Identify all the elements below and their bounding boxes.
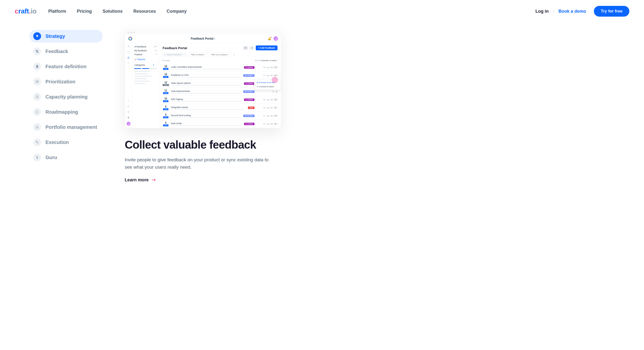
search-input[interactable]: ⌕Search feedback — [162, 52, 187, 57]
row-stats: ✎3●2⊞0💬3 ⊕ Promote to an item ⊶ Connect … — [256, 82, 278, 84]
svg-point-10 — [36, 82, 37, 83]
nav-link-pricing[interactable]: Pricing — [77, 9, 92, 14]
vote-box[interactable]: 8 Vote — [162, 105, 169, 110]
vote-button[interactable]: Vote — [163, 68, 168, 70]
rail-icon[interactable]: ▢ — [128, 105, 130, 108]
sidebar-item-execution[interactable]: Execution — [29, 136, 103, 148]
rail-icon[interactable]: ◉ — [128, 116, 130, 119]
vote-count: 8 — [165, 105, 166, 108]
feedback-row[interactable]: 8 Vote Second level sorting REVIEWED ✎1●… — [162, 112, 278, 120]
nav-reports[interactable]: 📈 Reports — [134, 58, 157, 62]
vote-button[interactable]: Vote — [163, 76, 168, 78]
nav-row-my[interactable]: My feedback84 — [134, 49, 157, 52]
row-title: SSO Signup — [171, 98, 242, 102]
rail-icon[interactable]: ▢ — [128, 50, 130, 53]
vote-button[interactable]: Vote — [163, 124, 168, 126]
stat-icon: ⊞0 — [270, 123, 273, 125]
add-filter-icon[interactable]: + — [232, 53, 236, 56]
traffic-light-icon — [130, 32, 132, 33]
org-icon — [33, 93, 41, 101]
vote-button[interactable]: Vote — [163, 108, 168, 110]
vote-box[interactable]: 10 Vote — [162, 97, 169, 102]
sidebar-item-roadmapping[interactable]: Roadmapping — [29, 106, 103, 118]
nav-row-tracked[interactable]: Tracked5 — [134, 53, 157, 56]
sidebar-item-portfolio-management[interactable]: Portfolio management — [29, 121, 103, 134]
stat-icon: ✎0 — [263, 107, 266, 109]
svg-rect-6 — [36, 82, 39, 82]
feedback-row[interactable]: 18 Vote Audio controllers improvements P… — [162, 64, 278, 72]
svg-point-23 — [36, 156, 38, 158]
sidebar-item-feature-definition[interactable]: Feature definition — [29, 60, 103, 73]
vote-button[interactable]: Voted — [162, 84, 169, 86]
vote-box[interactable]: 16 Vote — [162, 73, 169, 78]
stat-icon: ●0 — [267, 115, 269, 117]
grid-view-icon[interactable]: ⊞ — [250, 46, 254, 50]
nav-link-platform[interactable]: Platform — [48, 9, 66, 14]
bell-icon[interactable]: 🔔 — [268, 37, 271, 40]
sort-dropdown[interactable]: Sort by Number of votes — [255, 60, 278, 62]
sidebar-label: Feature definition — [46, 64, 86, 70]
filter-company[interactable]: Filter by Company — [209, 52, 230, 57]
vote-box[interactable]: 12 Voted — [162, 81, 169, 86]
app-header-title[interactable]: Feedback Portal — [191, 37, 215, 40]
add-feedback-button[interactable]: Add Feedback — [256, 46, 278, 50]
feedback-row[interactable]: 12 Voted Video layout options PLANNED ✎3… — [162, 80, 278, 88]
vote-button[interactable]: Vote — [163, 116, 168, 118]
try-for-free-button[interactable]: Try for free — [594, 6, 629, 16]
stat-icon: 💬0 — [274, 74, 278, 76]
filter-status[interactable]: Filter by Status — [188, 52, 207, 57]
feedback-row[interactable]: 10 Vote SSO Signup PLANNED ✎0●0⊞0💬0 — [162, 96, 278, 104]
rail-icon[interactable]: ☆ — [128, 62, 130, 64]
svg-point-15 — [38, 111, 39, 112]
login-link[interactable]: Log in — [536, 9, 549, 14]
vote-box[interactable]: 8 Vote — [162, 114, 169, 118]
add-category-icon[interactable]: + — [153, 64, 154, 66]
sidebar-item-feedback[interactable]: Feedback — [29, 45, 103, 58]
nav-link-company[interactable]: Company — [166, 9, 186, 14]
sidebar-item-guru[interactable]: Guru — [29, 151, 103, 164]
stat-icon: ●0 — [267, 99, 269, 101]
more-icon[interactable]: ⋮ — [155, 64, 157, 66]
sidebar-item-capacity-planning[interactable]: Capacity planning — [29, 90, 103, 103]
feedback-row[interactable]: 8 Vote Integration issues NEW ✎0●0⊞1💬1 — [162, 104, 278, 112]
nav-link-resources[interactable]: Resources — [133, 9, 156, 14]
logo[interactable]: craft.io — [15, 7, 36, 15]
rail-icon[interactable]: ↻ — [128, 45, 130, 48]
learn-more-link[interactable]: Learn more — [125, 178, 156, 182]
sidebar-label: Guru — [46, 155, 57, 160]
stat-icon: ⊞0 — [270, 66, 273, 68]
connect-item[interactable]: ⊶ Connect to items — [254, 84, 281, 89]
list-view-icon[interactable]: ☰ — [243, 46, 248, 50]
svg-point-14 — [36, 111, 37, 112]
vote-button[interactable]: Vote — [163, 100, 168, 102]
vote-box[interactable]: 6 Vote — [162, 122, 169, 126]
vote-button[interactable]: Vote — [163, 92, 168, 94]
row-stats: ✎0●0⊞1💬1 — [256, 107, 278, 109]
vote-box[interactable]: 18 Vote — [162, 65, 169, 70]
filter-bar: ⌕Search feedback Filter by Status Filter… — [162, 52, 278, 57]
rail-icon[interactable]: ♔ — [128, 110, 130, 113]
stat-icon: ●0 — [267, 75, 269, 76]
traffic-light-icon — [133, 32, 135, 33]
nav-row-all[interactable]: All feedback356 — [134, 46, 157, 48]
app-body: ↻ ▢ ◎ ☆ ⌕ ▢ ♔ ◉ All feedback356 My feedb… — [125, 43, 281, 128]
feedback-row[interactable]: 6 Vote Dark mode PLANNED ✎4●0⊞0💬1 — [162, 120, 278, 128]
avatar[interactable] — [127, 122, 130, 126]
sidebar-item-prioritization[interactable]: Prioritization — [29, 75, 103, 88]
nav-link-solutions[interactable]: Solutions — [102, 9, 122, 14]
sidebar-item-strategy[interactable]: Strategy — [29, 30, 103, 42]
categories-label: Categories — [134, 64, 145, 66]
sliders-icon — [33, 78, 41, 86]
vote-box[interactable]: 11 Vote — [162, 89, 169, 94]
search-icon[interactable]: ⌕ — [128, 99, 129, 102]
book-demo-link[interactable]: Book a demo — [558, 9, 586, 14]
cursor-indicator — [272, 77, 278, 83]
rail-icon[interactable]: ◎ — [128, 56, 130, 59]
tree-icon — [33, 123, 41, 131]
page-body: Strategy Feedback Feature definition Pri… — [0, 22, 644, 197]
row-stats: ✎4●0⊞0💬1 — [256, 123, 278, 125]
status-badge: REVIEWED — [243, 115, 254, 117]
ideas-count: 84 Ideas — [162, 60, 170, 62]
avatar[interactable] — [274, 36, 278, 41]
feedback-row[interactable]: 16 Vote Feedback on Grid REVIEWED ✎1●0⊞2… — [162, 72, 278, 80]
